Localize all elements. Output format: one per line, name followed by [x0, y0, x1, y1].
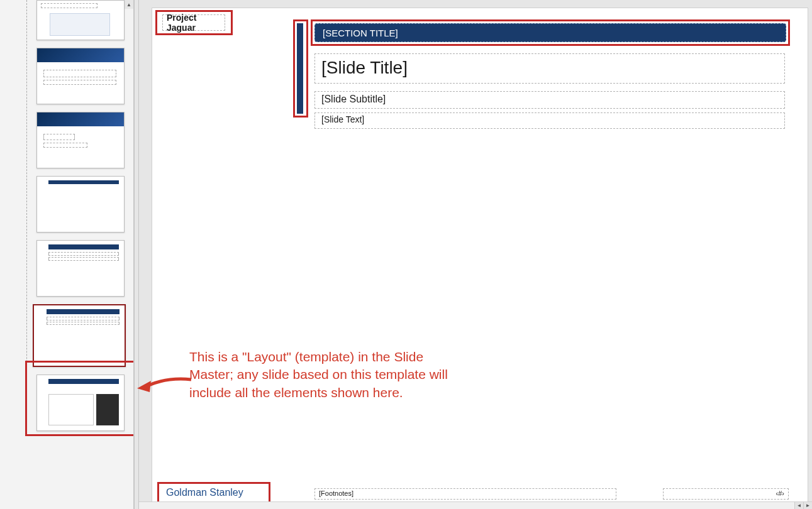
- section-title-placeholder[interactable]: [SECTION TITLE]: [314, 23, 786, 42]
- layout-thumbnail-3[interactable]: [36, 112, 125, 168]
- footnotes-placeholder[interactable]: [Footnotes]: [314, 488, 616, 500]
- layout-thumbnail-6-selected[interactable]: [33, 304, 126, 367]
- layout-thumbnail-5[interactable]: [36, 240, 125, 297]
- slide-master-thumbnail-panel[interactable]: ▲: [0, 0, 134, 509]
- panel-splitter[interactable]: [134, 0, 139, 509]
- layout-thumbnail-4[interactable]: [36, 176, 125, 233]
- company-name-placeholder[interactable]: Goldman Stanley: [161, 484, 263, 501]
- project-name-placeholder[interactable]: Project Jaguar: [162, 14, 225, 31]
- slide-editor-area: Project Jaguar [SECTION TITLE] [Slide Ti…: [139, 0, 812, 509]
- slide-text-placeholder[interactable]: [Slide Text]: [314, 112, 785, 129]
- layout-thumbnail-7[interactable]: [36, 375, 125, 431]
- scroll-up-button[interactable]: ▲: [125, 0, 133, 9]
- highlight-box-section-title: [SECTION TITLE]: [311, 19, 790, 46]
- slide-canvas[interactable]: Project Jaguar [SECTION TITLE] [Slide Ti…: [152, 8, 808, 505]
- vertical-accent-bar: [297, 23, 303, 114]
- slide-title-placeholder[interactable]: [Slide Title]: [314, 53, 785, 84]
- scroll-right-button[interactable]: ►: [803, 502, 812, 510]
- layout-thumbnail-2[interactable]: [36, 48, 125, 104]
- layout-thumbnail-1[interactable]: [36, 0, 125, 40]
- page-number-placeholder[interactable]: ‹#›: [663, 488, 789, 500]
- slide-subtitle-placeholder[interactable]: [Slide Subtitle]: [314, 91, 785, 109]
- scroll-left-button[interactable]: ◄: [794, 502, 803, 510]
- svg-marker-0: [137, 381, 151, 392]
- annotation-text: This is a "Layout" (template) in the Sli…: [189, 348, 453, 402]
- horizontal-scrollbar[interactable]: ◄ ►: [139, 501, 812, 509]
